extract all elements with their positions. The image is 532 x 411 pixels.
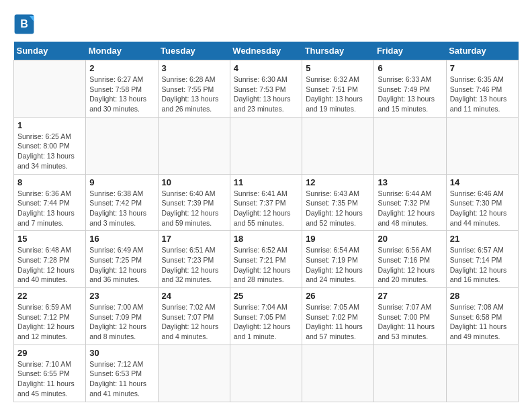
calendar-week-3: 15Sunrise: 6:48 AM Sunset: 7:28 PM Dayli…: [14, 231, 519, 288]
day-info: Sunrise: 6:52 AM Sunset: 7:21 PM Dayligh…: [234, 245, 298, 285]
day-number: 14: [450, 177, 515, 187]
calendar-cell: [302, 345, 374, 402]
day-info: Sunrise: 6:30 AM Sunset: 7:53 PM Dayligh…: [234, 75, 298, 114]
day-number: 2: [89, 63, 154, 73]
page-header: B: [13, 13, 519, 35]
day-number: 18: [234, 234, 298, 244]
day-info: Sunrise: 6:41 AM Sunset: 7:37 PM Dayligh…: [234, 189, 298, 228]
day-number: 13: [378, 177, 442, 187]
calendar-cell: 27Sunrise: 7:07 AM Sunset: 7:00 PM Dayli…: [374, 288, 446, 345]
calendar-week-2: 8Sunrise: 6:36 AM Sunset: 7:44 PM Daylig…: [14, 174, 519, 231]
calendar-cell: 18Sunrise: 6:52 AM Sunset: 7:21 PM Dayli…: [230, 231, 302, 288]
day-number: 25: [234, 291, 298, 301]
day-number: 29: [17, 348, 82, 358]
day-number: 22: [17, 291, 82, 301]
day-number: 3: [162, 63, 226, 73]
calendar-cell: 23Sunrise: 7:00 AM Sunset: 7:09 PM Dayli…: [86, 288, 158, 345]
day-number: 20: [378, 234, 442, 244]
day-info: Sunrise: 6:35 AM Sunset: 7:46 PM Dayligh…: [450, 75, 515, 114]
calendar-cell: 1Sunrise: 6:25 AM Sunset: 8:00 PM Daylig…: [14, 117, 86, 174]
day-info: Sunrise: 6:36 AM Sunset: 7:44 PM Dayligh…: [17, 189, 82, 228]
weekday-header-monday: Monday: [86, 42, 158, 60]
calendar-cell: 9Sunrise: 6:38 AM Sunset: 7:42 PM Daylig…: [86, 174, 158, 231]
calendar-week-1: 1Sunrise: 6:25 AM Sunset: 8:00 PM Daylig…: [14, 117, 519, 174]
calendar-cell: 5Sunrise: 6:32 AM Sunset: 7:51 PM Daylig…: [302, 60, 374, 118]
day-number: 23: [89, 291, 154, 301]
calendar-cell: 14Sunrise: 6:46 AM Sunset: 7:30 PM Dayli…: [446, 174, 518, 231]
day-number: 26: [306, 291, 370, 301]
calendar-cell: 17Sunrise: 6:51 AM Sunset: 7:23 PM Dayli…: [158, 231, 230, 288]
day-info: Sunrise: 6:59 AM Sunset: 7:12 PM Dayligh…: [17, 302, 82, 342]
calendar-cell: 4Sunrise: 6:30 AM Sunset: 7:53 PM Daylig…: [230, 60, 302, 118]
calendar-cell: 30Sunrise: 7:12 AM Sunset: 6:53 PM Dayli…: [86, 345, 158, 402]
weekday-header-wednesday: Wednesday: [230, 42, 302, 60]
calendar-cell: 10Sunrise: 6:40 AM Sunset: 7:39 PM Dayli…: [158, 174, 230, 231]
weekday-header-row: SundayMondayTuesdayWednesdayThursdayFrid…: [14, 42, 519, 60]
calendar-cell: [14, 60, 86, 118]
day-number: 19: [306, 234, 370, 244]
day-info: Sunrise: 7:12 AM Sunset: 6:53 PM Dayligh…: [89, 359, 154, 399]
day-info: Sunrise: 6:32 AM Sunset: 7:51 PM Dayligh…: [306, 75, 370, 114]
day-number: 16: [89, 234, 154, 244]
day-info: Sunrise: 6:25 AM Sunset: 8:00 PM Dayligh…: [17, 132, 82, 171]
calendar-cell: 13Sunrise: 6:44 AM Sunset: 7:32 PM Dayli…: [374, 174, 446, 231]
day-info: Sunrise: 6:46 AM Sunset: 7:30 PM Dayligh…: [450, 189, 515, 228]
svg-text:B: B: [20, 18, 28, 30]
weekday-header-tuesday: Tuesday: [158, 42, 230, 60]
day-info: Sunrise: 6:28 AM Sunset: 7:55 PM Dayligh…: [162, 75, 226, 114]
weekday-header-thursday: Thursday: [302, 42, 374, 60]
day-info: Sunrise: 6:40 AM Sunset: 7:39 PM Dayligh…: [162, 189, 226, 228]
calendar-cell: [230, 345, 302, 402]
day-info: Sunrise: 6:43 AM Sunset: 7:35 PM Dayligh…: [306, 189, 370, 228]
day-number: 15: [17, 234, 82, 244]
weekday-header-friday: Friday: [374, 42, 446, 60]
day-info: Sunrise: 6:57 AM Sunset: 7:14 PM Dayligh…: [450, 245, 515, 285]
day-info: Sunrise: 7:02 AM Sunset: 7:07 PM Dayligh…: [162, 302, 226, 342]
calendar-cell: [302, 117, 374, 174]
calendar-cell: [158, 117, 230, 174]
calendar-cell: 20Sunrise: 6:56 AM Sunset: 7:16 PM Dayli…: [374, 231, 446, 288]
day-info: Sunrise: 7:04 AM Sunset: 7:05 PM Dayligh…: [234, 302, 298, 342]
day-info: Sunrise: 6:56 AM Sunset: 7:16 PM Dayligh…: [378, 245, 442, 285]
logo: B: [13, 13, 38, 35]
calendar-cell: 22Sunrise: 6:59 AM Sunset: 7:12 PM Dayli…: [14, 288, 86, 345]
day-number: 24: [162, 291, 226, 301]
calendar-cell: 28Sunrise: 7:08 AM Sunset: 6:58 PM Dayli…: [446, 288, 518, 345]
day-info: Sunrise: 6:27 AM Sunset: 7:58 PM Dayligh…: [89, 75, 154, 114]
calendar-cell: 12Sunrise: 6:43 AM Sunset: 7:35 PM Dayli…: [302, 174, 374, 231]
calendar-cell: 25Sunrise: 7:04 AM Sunset: 7:05 PM Dayli…: [230, 288, 302, 345]
day-number: 5: [306, 63, 370, 73]
day-number: 10: [162, 177, 226, 187]
calendar-cell: 29Sunrise: 7:10 AM Sunset: 6:55 PM Dayli…: [14, 345, 86, 402]
day-number: 30: [89, 348, 154, 358]
calendar-cell: 2Sunrise: 6:27 AM Sunset: 7:58 PM Daylig…: [86, 60, 158, 118]
calendar-cell: [446, 345, 518, 402]
calendar-week-4: 22Sunrise: 6:59 AM Sunset: 7:12 PM Dayli…: [14, 288, 519, 345]
calendar-cell: 26Sunrise: 7:05 AM Sunset: 7:02 PM Dayli…: [302, 288, 374, 345]
day-number: 17: [162, 234, 226, 244]
calendar-cell: [374, 117, 446, 174]
day-number: 9: [89, 177, 154, 187]
day-number: 7: [450, 63, 515, 73]
day-number: 28: [450, 291, 515, 301]
calendar-cell: 16Sunrise: 6:49 AM Sunset: 7:25 PM Dayli…: [86, 231, 158, 288]
day-info: Sunrise: 7:08 AM Sunset: 6:58 PM Dayligh…: [450, 302, 515, 342]
calendar-cell: 21Sunrise: 6:57 AM Sunset: 7:14 PM Dayli…: [446, 231, 518, 288]
calendar-cell: 15Sunrise: 6:48 AM Sunset: 7:28 PM Dayli…: [14, 231, 86, 288]
calendar-cell: [86, 117, 158, 174]
day-number: 6: [378, 63, 442, 73]
logo-icon: B: [13, 13, 35, 35]
day-number: 8: [17, 177, 82, 187]
day-number: 4: [234, 63, 298, 73]
day-info: Sunrise: 7:00 AM Sunset: 7:09 PM Dayligh…: [89, 302, 154, 342]
day-info: Sunrise: 6:48 AM Sunset: 7:28 PM Dayligh…: [17, 245, 82, 285]
calendar-cell: 11Sunrise: 6:41 AM Sunset: 7:37 PM Dayli…: [230, 174, 302, 231]
calendar-cell: [374, 345, 446, 402]
calendar-body: 2Sunrise: 6:27 AM Sunset: 7:58 PM Daylig…: [14, 60, 519, 402]
calendar-cell: [230, 117, 302, 174]
calendar-cell: 8Sunrise: 6:36 AM Sunset: 7:44 PM Daylig…: [14, 174, 86, 231]
day-info: Sunrise: 6:38 AM Sunset: 7:42 PM Dayligh…: [89, 189, 154, 228]
day-info: Sunrise: 6:44 AM Sunset: 7:32 PM Dayligh…: [378, 189, 442, 228]
day-info: Sunrise: 6:33 AM Sunset: 7:49 PM Dayligh…: [378, 75, 442, 114]
day-info: Sunrise: 6:49 AM Sunset: 7:25 PM Dayligh…: [89, 245, 154, 285]
